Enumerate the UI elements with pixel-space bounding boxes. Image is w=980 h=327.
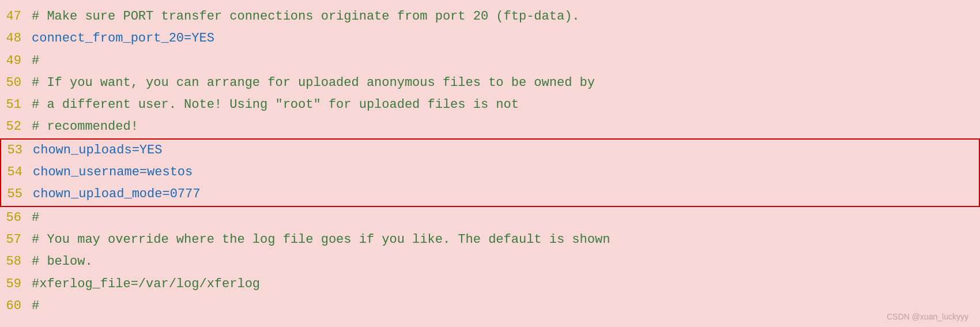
highlighted-line-53: 53 chown_uploads=YES xyxy=(1,140,979,161)
code-line-60: 60 # xyxy=(0,295,980,317)
line-content-55: chown_upload_mode=0777 xyxy=(33,184,979,205)
line-content-59: #xferlog_file=/var/log/xferlog xyxy=(32,274,980,295)
highlighted-line-55: 55 chown_upload_mode=0777 xyxy=(1,183,979,205)
code-line-56: 56 # xyxy=(0,207,980,229)
line-number-55: 55 xyxy=(1,184,33,205)
line-number-54: 54 xyxy=(1,162,33,183)
code-lines: 47 # Make sure PORT transfer connections… xyxy=(0,6,980,317)
line-number-48: 48 xyxy=(0,28,32,49)
line-content-60: # xyxy=(32,296,980,317)
code-line-50: 50 # If you want, you can arrange for up… xyxy=(0,72,980,94)
code-line-49: 49 # xyxy=(0,50,980,72)
line-number-57: 57 xyxy=(0,230,32,250)
highlighted-line-54: 54 chown_username=westos xyxy=(1,161,979,183)
line-number-58: 58 xyxy=(0,251,32,272)
line-content-56: # xyxy=(32,208,980,228)
code-viewer: 47 # Make sure PORT transfer connections… xyxy=(0,0,980,327)
line-content-51: # a different user. Note! Using "root" f… xyxy=(32,95,980,115)
line-number-51: 51 xyxy=(0,95,32,115)
code-line-51: 51 # a different user. Note! Using "root… xyxy=(0,94,980,116)
watermark-text: CSDN @xuan_luckyyy xyxy=(887,312,968,321)
line-content-58: # below. xyxy=(32,251,980,272)
code-line-57: 57 # You may override where the log file… xyxy=(0,229,980,251)
code-line-48: 48 connect_from_port_20=YES xyxy=(0,28,980,50)
line-number-59: 59 xyxy=(0,274,32,295)
line-number-60: 60 xyxy=(0,296,32,317)
line-content-47: # Make sure PORT transfer connections or… xyxy=(32,6,980,27)
line-content-48: connect_from_port_20=YES xyxy=(32,28,980,49)
line-content-53: chown_uploads=YES xyxy=(33,140,979,161)
line-number-52: 52 xyxy=(0,116,32,137)
line-content-49: # xyxy=(32,51,980,72)
highlighted-block-wrapper: 53 chown_uploads=YES 54 chown_username=w… xyxy=(0,138,980,207)
line-content-57: # You may override where the log file go… xyxy=(32,230,980,250)
line-number-56: 56 xyxy=(0,208,32,228)
code-line-52: 52 # recommended! xyxy=(0,116,980,138)
line-number-50: 50 xyxy=(0,73,32,93)
code-line-47: 47 # Make sure PORT transfer connections… xyxy=(0,6,980,28)
code-line-58: 58 # below. xyxy=(0,251,980,273)
line-number-49: 49 xyxy=(0,51,32,72)
line-number-47: 47 xyxy=(0,6,32,27)
line-content-50: # If you want, you can arrange for uploa… xyxy=(32,73,980,93)
code-line-59: 59 #xferlog_file=/var/log/xferlog xyxy=(0,273,980,295)
line-number-53: 53 xyxy=(1,140,33,161)
highlighted-block: 53 chown_uploads=YES 54 chown_username=w… xyxy=(0,138,980,207)
line-content-54: chown_username=westos xyxy=(33,162,979,183)
line-content-52: # recommended! xyxy=(32,116,980,137)
